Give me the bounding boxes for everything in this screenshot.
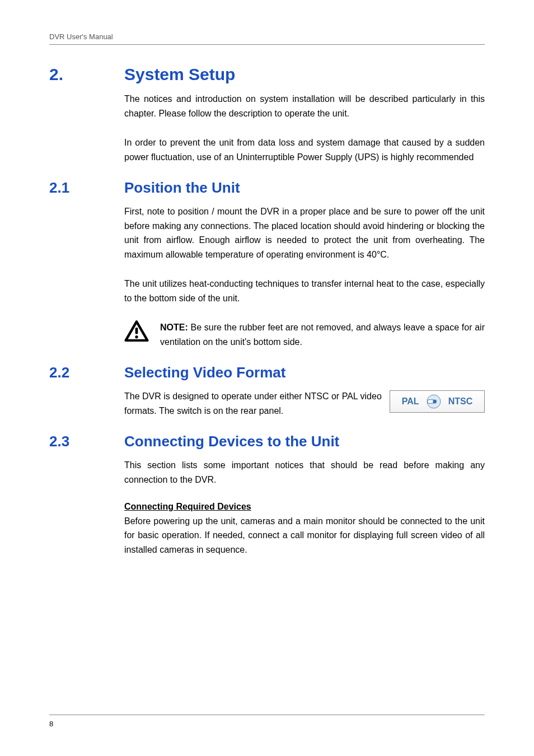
note-label: NOTE: [160, 323, 188, 332]
heading-2-3-title: Connecting Devices to the Unit [124, 433, 339, 450]
video-format-row: The DVR is designed to operate under eit… [124, 389, 485, 418]
heading-2-1: 2.1 Position the Unit [49, 179, 485, 197]
section2-para2: In order to prevent the unit from data l… [124, 136, 485, 165]
heading-2-number: 2. [49, 65, 63, 83]
heading-2-1-number: 2.1 [49, 179, 69, 196]
section23-para1: This section lists some important notice… [124, 458, 485, 487]
heading-2: 2. System Setup [49, 65, 485, 84]
section21-para1: First, note to position / mount the DVR … [124, 204, 485, 263]
footer: 8 [49, 715, 485, 728]
section21-para2: The unit utilizes heat-conducting techni… [124, 277, 485, 306]
heading-2-3-number: 2.3 [49, 433, 69, 450]
svg-rect-4 [433, 400, 436, 403]
running-head: DVR User's Manual [49, 32, 485, 45]
section2-para1: The notices and introduction on system i… [124, 92, 485, 121]
svg-rect-0 [135, 328, 138, 334]
heading-2-2-title: Selecting Video Format [124, 364, 285, 381]
switch-icon [425, 394, 443, 409]
connecting-required-devices-subhead: Connecting Required Devices [124, 502, 485, 512]
section23-para2: Before powering up the unit, cameras and… [124, 514, 485, 558]
heading-2-2-number: 2.2 [49, 364, 69, 381]
heading-2-1-title: Position the Unit [124, 179, 240, 196]
pal-ntsc-switch-graphic: PAL NTSC [390, 390, 485, 413]
heading-2-2: 2.2 Selecting Video Format [49, 364, 485, 381]
heading-2-3: 2.3 Connecting Devices to the Unit [49, 433, 485, 450]
svg-point-1 [135, 335, 138, 338]
heading-2-title: System Setup [124, 65, 235, 83]
page-number: 8 [49, 720, 53, 728]
section22-para1: The DVR is designed to operate under eit… [124, 389, 383, 418]
note-body: Be sure the rubber feet are not removed,… [160, 323, 485, 347]
ntsc-label: NTSC [448, 396, 473, 407]
note-text: NOTE: Be sure the rubber feet are not re… [160, 320, 485, 349]
warning-triangle-icon [124, 320, 149, 345]
note-block: NOTE: Be sure the rubber feet are not re… [124, 320, 485, 349]
pal-label: PAL [402, 396, 419, 407]
